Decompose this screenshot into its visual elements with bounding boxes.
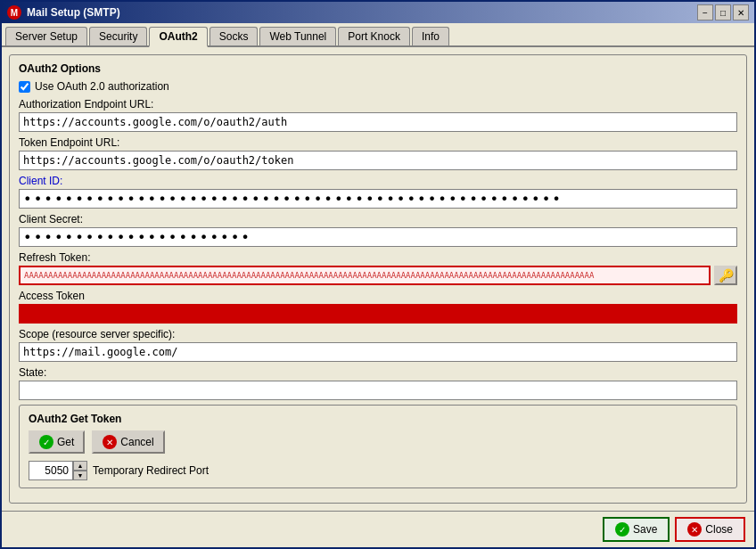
cancel-button-label: Cancel — [120, 436, 153, 448]
tab-security[interactable]: Security — [89, 27, 147, 45]
refresh-token-label: Refresh Token: — [19, 251, 737, 264]
tab-oauth2[interactable]: OAuth2 — [149, 27, 207, 47]
port-spin-buttons: ▲ ▼ — [73, 461, 87, 480]
cancel-icon: ✕ — [103, 435, 117, 449]
main-window: M Mail Setup (SMTP) − □ ✕ Server Setup S… — [0, 0, 756, 549]
state-label: State: — [19, 366, 737, 379]
save-icon: ✓ — [615, 522, 629, 537]
port-row: ▲ ▼ Temporary Redirect Port — [29, 461, 727, 480]
minimize-button[interactable]: − — [697, 4, 713, 20]
client-secret-input[interactable] — [19, 227, 737, 247]
close-window-button[interactable]: ✕ — [733, 4, 749, 20]
close-icon: ✕ — [687, 522, 702, 537]
token-endpoint-row: Token Endpoint URL: — [19, 136, 737, 170]
scope-label: Scope (resource server specific): — [19, 328, 737, 340]
tab-server-setup[interactable]: Server Setup — [5, 27, 87, 45]
app-icon: M — [7, 5, 21, 20]
tab-bar: Server Setup Security OAuth2 Socks Web T… — [2, 23, 754, 47]
title-bar: M Mail Setup (SMTP) − □ ✕ — [2, 2, 754, 23]
scope-row: Scope (resource server specific): — [19, 328, 737, 362]
state-row: State: — [19, 366, 737, 400]
token-endpoint-label: Token Endpoint URL: — [19, 136, 737, 149]
access-token-label: Access Token — [19, 290, 737, 302]
client-id-row: Client ID: — [19, 175, 737, 209]
use-oauth-checkbox[interactable] — [19, 81, 30, 93]
get-icon: ✓ — [39, 435, 53, 449]
title-bar-left: M Mail Setup (SMTP) — [7, 5, 120, 20]
state-input[interactable] — [19, 381, 737, 400]
token-endpoint-input[interactable] — [19, 151, 737, 170]
main-content: OAuth2 Options Use OAuth 2.0 authorizati… — [2, 47, 754, 511]
refresh-token-row: Refresh Token: 🔑 — [19, 251, 737, 285]
get-button[interactable]: ✓ Get — [29, 430, 85, 454]
cancel-token-button[interactable]: ✕ Cancel — [92, 430, 164, 454]
port-up-button[interactable]: ▲ — [73, 461, 87, 471]
port-input[interactable] — [29, 461, 73, 480]
footer: ✓ Save ✕ Close — [2, 511, 754, 547]
client-id-label: Client ID: — [19, 175, 737, 187]
port-down-button[interactable]: ▼ — [73, 471, 87, 480]
tab-web-tunnel[interactable]: Web Tunnel — [259, 27, 336, 45]
client-id-input[interactable] — [19, 189, 737, 209]
port-label: Temporary Redirect Port — [93, 464, 209, 477]
oauth2-group: OAuth2 Options Use OAuth 2.0 authorizati… — [9, 54, 747, 504]
oauth2-group-title: OAuth2 Options — [19, 62, 737, 75]
get-token-buttons: ✓ Get ✕ Cancel — [29, 430, 727, 454]
refresh-token-input-row: 🔑 — [19, 266, 737, 285]
tab-info[interactable]: Info — [412, 27, 449, 45]
get-token-title: OAuth2 Get Token — [29, 413, 727, 425]
scope-input[interactable] — [19, 342, 737, 362]
auth-endpoint-row: Authorization Endpoint URL: — [19, 98, 737, 132]
close-button[interactable]: ✕ Close — [675, 517, 745, 542]
key-button[interactable]: 🔑 — [714, 266, 737, 285]
access-token-field[interactable] — [19, 304, 737, 324]
close-label: Close — [705, 523, 733, 536]
auth-endpoint-input[interactable] — [19, 112, 737, 132]
tab-port-knock[interactable]: Port Knock — [338, 27, 410, 45]
save-button[interactable]: ✓ Save — [603, 517, 670, 542]
get-button-label: Get — [57, 436, 74, 448]
use-oauth-label: Use OAuth 2.0 authorization — [35, 80, 169, 93]
tab-socks[interactable]: Socks — [210, 27, 259, 45]
save-label: Save — [633, 523, 657, 536]
client-secret-label: Client Secret: — [19, 213, 737, 225]
client-secret-row: Client Secret: — [19, 213, 737, 247]
use-oauth-row: Use OAuth 2.0 authorization — [19, 80, 737, 93]
title-buttons: − □ ✕ — [697, 4, 749, 20]
window-title: Mail Setup (SMTP) — [27, 6, 120, 19]
maximize-button[interactable]: □ — [715, 4, 731, 20]
get-token-group: OAuth2 Get Token ✓ Get ✕ Cancel — [19, 405, 737, 488]
access-token-row: Access Token — [19, 290, 737, 324]
auth-endpoint-label: Authorization Endpoint URL: — [19, 98, 737, 111]
port-input-container: ▲ ▼ — [29, 461, 87, 480]
refresh-token-input[interactable] — [19, 266, 711, 285]
